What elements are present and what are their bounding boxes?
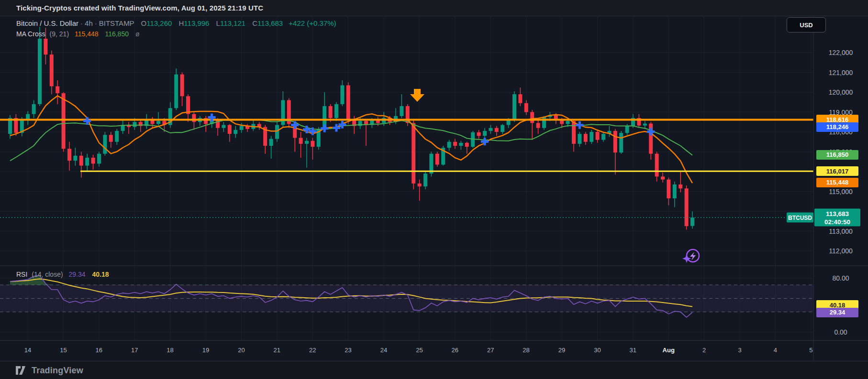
candle-up	[340, 85, 344, 104]
candle-down	[299, 138, 303, 143]
candle-up	[483, 131, 487, 136]
ma-slow-label: 116,850	[816, 150, 858, 160]
rsi-overbought-fill	[10, 275, 692, 285]
bar-countdown: 02:40:50	[824, 217, 850, 226]
candle-up	[133, 122, 136, 127]
candle-up	[673, 184, 677, 198]
separator-dot: ·	[93, 19, 99, 27]
candle-down	[495, 128, 499, 132]
candle-down	[79, 156, 83, 166]
time-axis-label: 26	[452, 347, 458, 354]
low-label: L	[216, 19, 220, 27]
candle-up	[275, 125, 279, 139]
candle-up	[643, 124, 647, 126]
time-axis-label: 18	[167, 347, 173, 354]
price-tick: 113,000	[813, 227, 868, 235]
rsi-value-label: 29.34	[816, 308, 858, 317]
chart-canvas[interactable]	[0, 0, 868, 379]
candle-down	[412, 123, 415, 184]
tradingview-chart-app: Ticking-Cryptos created with TradingView…	[0, 0, 868, 379]
close-value: 113,683	[257, 19, 283, 27]
symbol-legend: Bitcoin / U.S. Dollar·4h·BITSTAMP O113,2…	[16, 19, 336, 27]
candle-down	[346, 85, 350, 119]
candle-down	[180, 75, 184, 97]
candle-up	[305, 141, 309, 144]
price-tick: 112,000	[813, 247, 868, 255]
indicator-params: (9, 21)	[50, 30, 69, 38]
time-axis-label: 20	[238, 347, 245, 354]
change-value: +422 (+0.37%)	[289, 19, 336, 27]
down-arrow[interactable]	[410, 89, 424, 102]
candle-down	[329, 106, 333, 118]
ma-fast-value: 115,448	[75, 30, 99, 38]
candle-down	[192, 114, 196, 122]
ma-fast-label: 115,448	[816, 178, 858, 187]
interval-label[interactable]: 4h	[85, 19, 93, 27]
price-levels	[0, 119, 813, 217]
candle-down	[584, 134, 588, 142]
open-value: 113,260	[146, 19, 172, 27]
candle-up	[542, 117, 546, 128]
candle-down	[91, 158, 95, 163]
rsi-params: (14, close)	[32, 271, 63, 278]
time-axis-label: 25	[416, 347, 423, 354]
indicator-name: MA Cross	[16, 30, 45, 38]
time-axis-label: 2	[702, 347, 706, 354]
rsi-legend[interactable]: RSI (14, close) 29.34 40.18	[16, 271, 109, 278]
blue-level-label: 118,246	[816, 122, 858, 132]
currency-toggle-button[interactable]: USD	[787, 17, 826, 32]
time-axis-label: 17	[131, 347, 138, 354]
candle-down	[524, 103, 528, 112]
time-axis-label: Aug	[663, 347, 675, 354]
symbol-title[interactable]: Bitcoin / U.S. Dollar	[16, 19, 78, 27]
candle-up	[690, 217, 694, 226]
last-price-label: 113,68302:40:50	[814, 209, 860, 227]
candle-down	[530, 112, 534, 123]
rsi-ma-value: 40.18	[92, 271, 109, 278]
time-axis-label: 14	[24, 347, 31, 354]
candle-up	[619, 133, 623, 152]
candle-down	[518, 94, 522, 103]
time-axis-label: 24	[380, 347, 387, 354]
symbol-price-tag: BTCUSD	[787, 213, 813, 223]
candle-down	[62, 93, 66, 149]
price-tick: 121,000	[813, 69, 868, 76]
candle-up	[601, 134, 605, 140]
candle-up	[38, 39, 42, 104]
candle-down	[418, 184, 422, 186]
high-label: H	[178, 19, 184, 27]
candle-down	[228, 125, 232, 134]
candlestick-series	[8, 27, 694, 230]
tradingview-wordmark: TradingView	[32, 366, 83, 376]
candle-down	[56, 87, 59, 94]
candle-up	[269, 139, 273, 146]
candle-up	[459, 143, 463, 146]
candle-up	[334, 104, 338, 118]
time-axis-label: 19	[202, 347, 209, 354]
candle-down	[536, 123, 540, 128]
exchange-label[interactable]: BITSTAMP	[99, 19, 134, 27]
candle-down	[465, 143, 469, 147]
tradingview-logo[interactable]: TradingView	[15, 365, 83, 376]
low-value: 113,121	[220, 19, 245, 27]
time-axis-label: 4	[774, 347, 777, 354]
ma-cross-legend[interactable]: MA Cross (9, 21) 115,448 116,850 ø	[16, 30, 139, 38]
high-value: 113,996	[184, 19, 209, 27]
open-label: O	[141, 19, 147, 27]
candle-up	[512, 94, 516, 120]
time-axis-label: 23	[345, 347, 351, 354]
candle-up	[234, 130, 237, 134]
candle-up	[507, 120, 511, 125]
time-axis[interactable]: 141516171819202122232425262728293031Aug2…	[0, 340, 868, 361]
time-axis-label: 21	[274, 347, 280, 354]
price-scale[interactable]: 122,000121,000120,000119,000118,000117,0…	[813, 16, 868, 361]
time-axis-label: 5	[809, 347, 812, 354]
price-tick: 120,000	[813, 88, 868, 96]
rsi-tick: 0.00	[813, 328, 868, 336]
candle-up	[115, 131, 119, 142]
last-price-value: 113,683	[826, 209, 849, 217]
ma-cross-icon	[321, 125, 328, 132]
ma-zero-glyph: ø	[135, 30, 140, 38]
close-label: C	[252, 19, 257, 27]
rsi-tick: 80.00	[813, 274, 868, 282]
